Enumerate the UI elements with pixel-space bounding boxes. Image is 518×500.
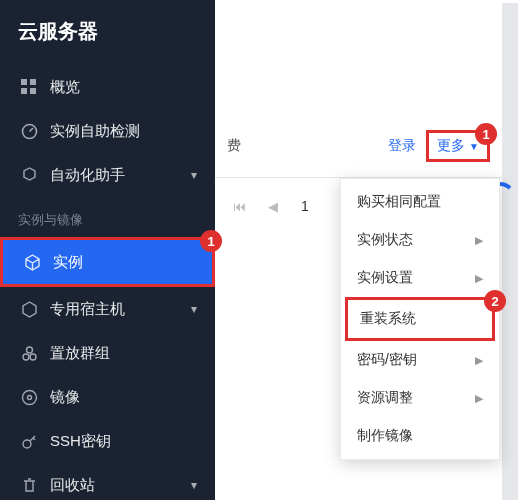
- dd-item-buy-same-config[interactable]: 购买相同配置: [341, 183, 499, 221]
- sidebar-item-ssh-keys[interactable]: SSH密钥: [0, 419, 215, 463]
- dd-item-label: 重装系统: [360, 310, 416, 328]
- sidebar-item-label: 专用宿主机: [50, 300, 125, 319]
- page-current: 1: [301, 198, 309, 214]
- cube-outline-icon: [18, 298, 40, 320]
- svg-rect-0: [21, 79, 27, 85]
- dd-item-label: 密码/密钥: [357, 351, 417, 369]
- scrollbar-track[interactable]: [502, 3, 518, 500]
- sidebar-section-label: 实例与镜像: [0, 197, 215, 237]
- grid-icon: [18, 76, 40, 98]
- sidebar-item-placement-group[interactable]: 置放群组: [0, 331, 215, 375]
- fee-label: 费: [227, 137, 241, 155]
- more-dropdown-button[interactable]: 更多 ▼ 1: [426, 130, 490, 162]
- key-icon: [18, 430, 40, 452]
- chevron-right-icon: ▶: [475, 354, 483, 367]
- svg-rect-3: [30, 88, 36, 94]
- dd-item-instance-status[interactable]: 实例状态 ▶: [341, 221, 499, 259]
- chevron-right-icon: ▶: [475, 392, 483, 405]
- annotation-badge-1: 1: [200, 230, 222, 252]
- sidebar-item-overview[interactable]: 概览: [0, 65, 215, 109]
- svg-point-7: [30, 354, 36, 360]
- cube-icon: [21, 251, 43, 273]
- sidebar-item-dedicated-host[interactable]: 专用宿主机 ▾: [0, 287, 215, 331]
- dd-item-reinstall-system[interactable]: 重装系统 2: [345, 297, 495, 341]
- sidebar-item-label: 概览: [50, 78, 80, 97]
- chevron-right-icon: ▶: [475, 234, 483, 247]
- trash-icon: [18, 474, 40, 496]
- dd-item-label: 实例状态: [357, 231, 413, 249]
- more-label: 更多: [437, 137, 465, 155]
- main-content: 费 登录 更多 ▼ 1 ⏮ ◀ 1 购买相同配置 实例状态 ▶ 实例设置 ▶ 重…: [215, 0, 518, 500]
- sidebar-item-instances[interactable]: 实例 1: [0, 237, 215, 287]
- svg-point-9: [27, 395, 31, 399]
- sidebar-item-label: 实例: [53, 253, 83, 272]
- dd-item-create-image[interactable]: 制作镜像: [341, 417, 499, 455]
- login-link[interactable]: 登录: [388, 137, 416, 155]
- gauge-icon: [18, 120, 40, 142]
- annotation-badge-1b: 1: [475, 123, 497, 145]
- svg-point-8: [22, 390, 36, 404]
- chevron-right-icon: ▶: [475, 272, 483, 285]
- dd-item-label: 资源调整: [357, 389, 413, 407]
- svg-rect-1: [30, 79, 36, 85]
- dd-item-label: 实例设置: [357, 269, 413, 287]
- page-prev-button[interactable]: ◀: [261, 194, 285, 218]
- chevron-down-icon: ▾: [191, 302, 197, 316]
- sidebar-item-label: 实例自助检测: [50, 122, 140, 141]
- sidebar-item-label: 置放群组: [50, 344, 110, 363]
- robot-icon: [18, 164, 40, 186]
- sidebar: 云服务器 概览 实例自助检测 自动化助手 ▾ 实例与镜像 实例 1 专用宿主机 …: [0, 0, 215, 500]
- dd-item-resource-adjust[interactable]: 资源调整 ▶: [341, 379, 499, 417]
- more-dropdown-menu: 购买相同配置 实例状态 ▶ 实例设置 ▶ 重装系统 2 密码/密钥 ▶ 资源调整…: [340, 178, 500, 460]
- dd-item-instance-settings[interactable]: 实例设置 ▶: [341, 259, 499, 297]
- sidebar-item-label: 镜像: [50, 388, 80, 407]
- sidebar-item-label: SSH密钥: [50, 432, 111, 451]
- sidebar-item-images[interactable]: 镜像: [0, 375, 215, 419]
- sidebar-item-automation[interactable]: 自动化助手 ▾: [0, 153, 215, 197]
- stack-icon: [18, 342, 40, 364]
- sidebar-item-recycle-bin[interactable]: 回收站 ▾: [0, 463, 215, 500]
- chevron-down-icon: ▾: [191, 168, 197, 182]
- sidebar-item-label: 回收站: [50, 476, 95, 495]
- disc-icon: [18, 386, 40, 408]
- svg-rect-2: [21, 88, 27, 94]
- page-first-button[interactable]: ⏮: [227, 194, 251, 218]
- sidebar-item-label: 自动化助手: [50, 166, 125, 185]
- dd-item-label: 购买相同配置: [357, 193, 441, 211]
- sidebar-item-self-check[interactable]: 实例自助检测: [0, 109, 215, 153]
- chevron-down-icon: ▾: [191, 478, 197, 492]
- action-bar: 费 登录 更多 ▼ 1: [215, 115, 518, 177]
- caret-down-icon: ▼: [469, 141, 479, 152]
- svg-point-6: [23, 354, 29, 360]
- dd-item-password-key[interactable]: 密码/密钥 ▶: [341, 341, 499, 379]
- sidebar-title: 云服务器: [0, 14, 215, 65]
- svg-point-5: [26, 347, 32, 353]
- annotation-badge-2: 2: [484, 290, 506, 312]
- svg-point-10: [23, 440, 31, 448]
- dd-item-label: 制作镜像: [357, 427, 413, 445]
